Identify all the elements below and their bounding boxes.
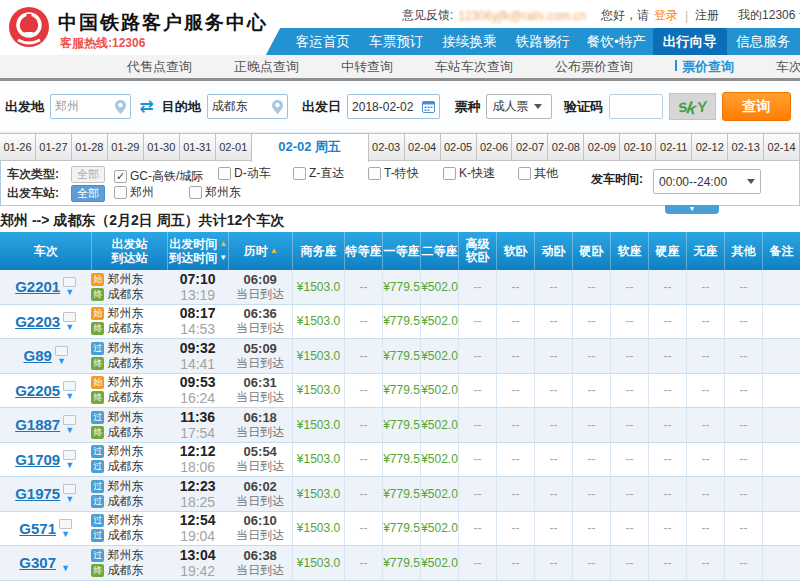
sub-nav-item[interactable]: 公布票价查询 <box>534 55 654 78</box>
price-cell: -- <box>724 270 762 304</box>
to-station-input[interactable]: 成都东 <box>207 94 288 119</box>
collapse-filter-tab[interactable]: ▼ <box>665 205 719 214</box>
my12306-menu[interactable]: 我的12306 <box>738 7 800 24</box>
train-number-link[interactable]: G89 <box>24 347 52 364</box>
sub-nav-item[interactable]: 车站车次查询 <box>414 55 534 78</box>
date-tab[interactable]: 02-13 <box>727 133 764 161</box>
checkbox-box[interactable]: ✓ <box>114 170 127 183</box>
depart-date-input[interactable]: 2018-02-02 <box>347 94 440 119</box>
checkbox-box[interactable] <box>293 167 306 180</box>
captcha-image[interactable]: skY <box>669 93 716 120</box>
column-header-duration[interactable]: 历时▲ <box>228 232 292 270</box>
date-tab[interactable]: 02-12 <box>691 133 728 161</box>
seat-map-icon[interactable] <box>55 346 68 356</box>
main-nav-item[interactable]: 信息服务 <box>727 28 800 55</box>
date-tab[interactable]: 02-01 <box>215 133 252 161</box>
date-tab[interactable]: 02-07 <box>511 133 548 161</box>
seat-map-icon[interactable] <box>63 415 76 425</box>
from-station-input[interactable]: 郑州 <box>50 94 131 119</box>
depart-station-all-button[interactable]: 全部 <box>71 185 105 202</box>
date-tab[interactable]: 02-14 <box>763 133 800 161</box>
train-type-all-button[interactable]: 全部 <box>71 166 105 183</box>
filter-checkbox[interactable]: T-特快 <box>368 165 443 182</box>
seat-map-icon[interactable] <box>63 381 76 391</box>
train-number-link[interactable]: G2201 <box>15 278 60 295</box>
filter-checkbox[interactable]: D-动车 <box>218 165 293 182</box>
train-number-link[interactable]: G307 <box>19 554 56 571</box>
filter-checkbox[interactable]: 郑州 <box>114 184 189 201</box>
checkbox-box[interactable] <box>443 167 456 180</box>
date-tab[interactable]: 01-27 <box>35 133 72 161</box>
train-number-link[interactable]: G571 <box>19 520 56 537</box>
expand-row-icon[interactable]: ▼ <box>61 564 70 572</box>
captcha-input[interactable] <box>609 94 663 119</box>
checkbox-box[interactable] <box>368 167 381 180</box>
train-number-link[interactable]: G2205 <box>15 382 60 399</box>
depart-time-select[interactable]: 00:00--24:00 <box>653 169 761 194</box>
sub-nav-item[interactable]: 正晚点查询 <box>213 55 320 78</box>
seat-map-icon[interactable] <box>63 277 76 287</box>
sub-nav-item[interactable]: 中转查询 <box>320 55 414 78</box>
expand-row-icon[interactable]: ▼ <box>65 461 74 469</box>
train-number-link[interactable]: G1975 <box>15 485 60 502</box>
sub-nav-item[interactable]: 票价查询 <box>654 55 755 78</box>
price-cell: ¥502.0 <box>420 546 458 580</box>
sub-nav-item[interactable]: 代售点查询 <box>106 55 213 78</box>
main-nav-item[interactable]: 餐饮•特产 <box>580 28 653 55</box>
expand-row-icon[interactable]: ▼ <box>65 495 74 503</box>
register-link[interactable]: 注册 <box>695 7 719 24</box>
date-tab[interactable]: 02-09 <box>583 133 620 161</box>
date-tab[interactable]: 01-31 <box>179 133 216 161</box>
date-tab-active[interactable]: 02-02 周五 <box>251 133 369 162</box>
expand-row-icon[interactable]: ▼ <box>65 323 74 331</box>
expand-row-icon[interactable]: ▼ <box>65 392 74 400</box>
main-nav-item[interactable]: 接续换乘 <box>433 28 506 55</box>
date-tab[interactable]: 02-06 <box>476 133 513 161</box>
expand-row-icon[interactable]: ▼ <box>65 288 74 296</box>
date-tab[interactable]: 01-30 <box>143 133 180 161</box>
date-tab[interactable]: 02-08 <box>547 133 584 161</box>
checkbox-box[interactable] <box>218 167 231 180</box>
main-nav-item[interactable]: 车票预订 <box>359 28 432 55</box>
seat-map-icon[interactable] <box>63 312 76 322</box>
seat-map-icon[interactable] <box>63 484 76 494</box>
expand-row-icon[interactable]: ▼ <box>65 426 74 434</box>
feedback-email-link[interactable]: 12306yjfk@rails.com.cn <box>458 9 586 23</box>
ticket-type-select[interactable]: 成人票 <box>486 94 552 119</box>
railway-logo-icon[interactable] <box>8 6 50 48</box>
checkbox-box[interactable] <box>189 186 202 199</box>
date-tab[interactable]: 02-05 <box>440 133 477 161</box>
train-number-link[interactable]: G2203 <box>15 313 60 330</box>
date-tab[interactable]: 01-26 <box>0 133 36 161</box>
checkbox-box[interactable] <box>114 186 127 199</box>
login-link[interactable]: 登录 <box>654 7 678 24</box>
train-number-link[interactable]: G1887 <box>15 416 60 433</box>
date-tab[interactable]: 01-29 <box>107 133 144 161</box>
checkbox-box[interactable] <box>518 167 531 180</box>
price-cell: -- <box>344 408 382 442</box>
date-tab[interactable]: 02-10 <box>619 133 656 161</box>
date-tab[interactable]: 01-28 <box>71 133 108 161</box>
date-tab[interactable]: 02-11 <box>655 133 692 161</box>
swap-stations-icon[interactable]: ⇄ <box>139 96 153 117</box>
column-header-times[interactable]: 出发时间▲ 到达时间▼ <box>167 232 229 270</box>
filter-checkbox[interactable]: 其他 <box>518 165 593 182</box>
date-tab[interactable]: 02-03 <box>368 133 405 161</box>
filter-checkbox[interactable]: K-快速 <box>443 165 518 182</box>
seat-map-icon[interactable] <box>59 519 72 529</box>
train-number-link[interactable]: G1709 <box>15 451 60 468</box>
date-tab[interactable]: 02-04 <box>404 133 441 161</box>
filter-checkbox[interactable]: 郑州东 <box>189 184 264 201</box>
main-nav-item[interactable]: 出行向导 <box>653 28 726 55</box>
expand-row-icon[interactable]: ▼ <box>61 530 70 538</box>
main-nav-item[interactable]: 铁路畅行 <box>506 28 579 55</box>
sub-nav-item[interactable]: 车次查询 <box>755 55 800 78</box>
filter-checkbox[interactable]: Z-直达 <box>293 165 368 182</box>
expand-row-icon[interactable]: ▼ <box>57 357 66 365</box>
seat-map-icon[interactable] <box>63 450 76 460</box>
main-nav-item[interactable]: 客运首页 <box>286 28 359 55</box>
filter-checkbox[interactable]: ✓GC-高铁/城际 <box>114 168 218 185</box>
price-cell: ¥502.0 <box>420 339 458 373</box>
query-button[interactable]: 查询 <box>722 92 791 121</box>
column-header-train[interactable]: 车次 <box>0 232 91 270</box>
